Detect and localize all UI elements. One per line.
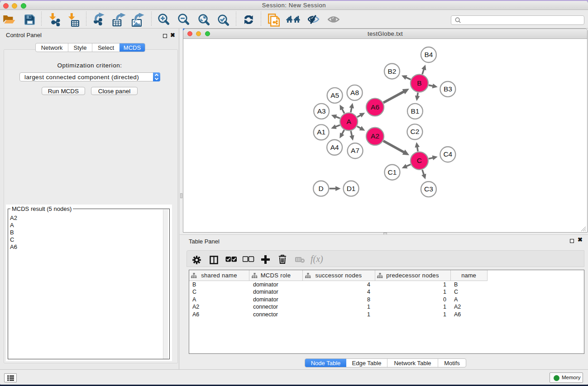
svg-text:A2: A2 [371, 132, 379, 140]
svg-text:C: C [417, 157, 422, 164]
svg-text:A7: A7 [351, 147, 359, 154]
svg-text:C2: C2 [411, 128, 420, 136]
svg-text:C3: C3 [424, 185, 433, 193]
svg-text:D1: D1 [347, 185, 356, 192]
svg-text:B4: B4 [424, 51, 433, 58]
svg-text:B2: B2 [388, 67, 397, 75]
svg-text:B: B [417, 79, 421, 87]
svg-text:A8: A8 [350, 89, 359, 96]
svg-text:A3: A3 [317, 107, 326, 115]
svg-text:B3: B3 [444, 85, 452, 93]
svg-text:A1: A1 [317, 129, 325, 136]
svg-text:A4: A4 [330, 143, 339, 151]
svg-text:B1: B1 [411, 107, 419, 115]
svg-text:A5: A5 [330, 91, 339, 99]
svg-text:D: D [319, 185, 324, 192]
svg-text:C1: C1 [388, 168, 397, 176]
svg-text:A: A [346, 118, 351, 125]
svg-text:C4: C4 [443, 150, 452, 158]
svg-text:A6: A6 [371, 103, 379, 111]
